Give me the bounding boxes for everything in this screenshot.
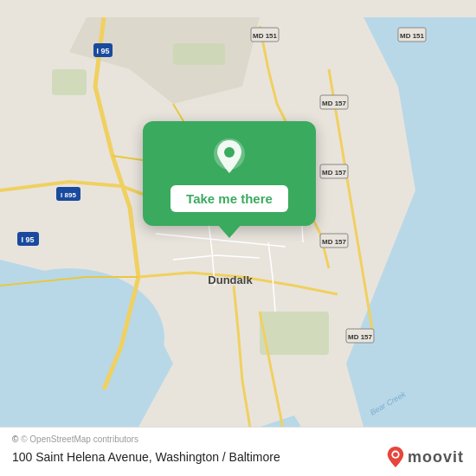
take-me-there-button[interactable]: Take me there (170, 185, 288, 212)
address-text: 100 Saint Helena Avenue, Washington / Ba… (12, 450, 280, 464)
svg-rect-8 (52, 69, 87, 95)
map-background: I 95 I 95 I 895 MD 151 MD 151 MD 157 MD … (0, 0, 476, 476)
svg-text:I 95: I 95 (21, 235, 34, 244)
location-popup: Take me there (143, 121, 316, 226)
svg-text:MD 151: MD 151 (253, 32, 278, 40)
svg-text:Dundalk: Dundalk (208, 273, 253, 286)
svg-rect-9 (173, 43, 225, 65)
svg-text:MD 151: MD 151 (400, 32, 425, 40)
moovit-pin-icon (387, 447, 404, 467)
svg-rect-10 (260, 312, 329, 355)
svg-point-32 (224, 147, 235, 158)
svg-text:MD 157: MD 157 (348, 333, 373, 341)
svg-text:MD 157: MD 157 (322, 100, 347, 107)
address-row: 100 Saint Helena Avenue, Washington / Ba… (12, 447, 464, 467)
moovit-logo: moovit (387, 447, 464, 467)
svg-text:I 895: I 895 (61, 191, 76, 199)
svg-point-34 (393, 452, 398, 457)
location-pin-icon (209, 137, 249, 177)
svg-text:MD 157: MD 157 (322, 238, 347, 246)
svg-text:MD 157: MD 157 (322, 169, 347, 177)
bottom-bar: © © OpenStreetMap contributors 100 Saint… (0, 427, 476, 476)
svg-text:I 95: I 95 (96, 47, 109, 55)
attribution: © © OpenStreetMap contributors (12, 434, 464, 444)
moovit-brand-text: moovit (408, 448, 464, 466)
map-container: I 95 I 95 I 895 MD 151 MD 151 MD 157 MD … (0, 0, 476, 476)
